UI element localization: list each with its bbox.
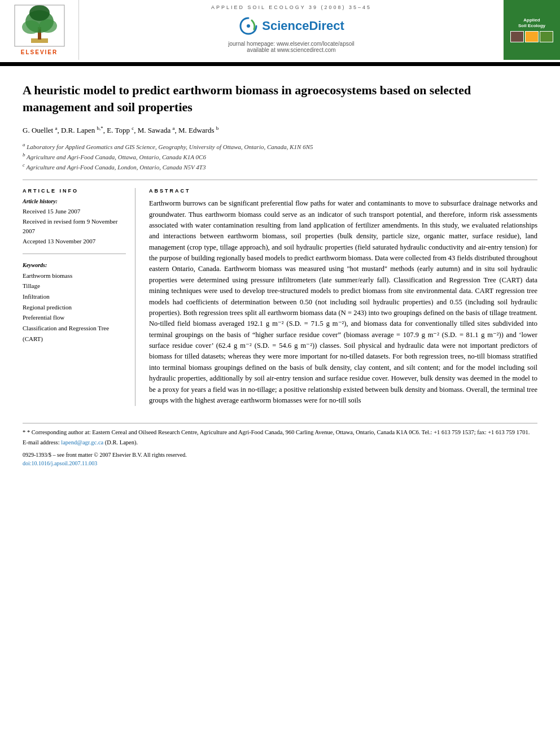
sciencedirect-text: ScienceDirect (262, 19, 344, 33)
svg-point-7 (247, 24, 250, 28)
journal-logo-right: AppliedSoil Ecology (504, 0, 560, 60)
doi-text: doi:10.1016/j.apsoil.2007.11.003 (23, 460, 97, 466)
journal-logo-title: AppliedSoil Ecology (518, 18, 545, 29)
journal-homepage: journal homepage: www.elsevier.com/locat… (228, 41, 354, 47)
accepted-date: Accepted 13 November 2007 (23, 238, 95, 244)
keywords-list: Earthworm biomass Tillage Infiltration R… (23, 270, 126, 344)
article-title: A heuristic model to predict earthworm b… (23, 82, 537, 115)
affiliations: a Laboratory for Applied Geomatics and G… (23, 141, 537, 172)
divider-line (23, 180, 537, 180)
abstract-column: ABSTRACT Earthworm burrows can be signif… (149, 188, 537, 406)
two-col-layout: ARTICLE INFO Article history: Received 1… (23, 188, 537, 406)
abstract-text: Earthworm burrows can be significant pre… (149, 198, 537, 406)
available-at: available at www.sciencedirect.com (247, 47, 335, 53)
journal-top-text: APPLIED SOIL ECOLOGY 39 (2008) 35–45 (211, 5, 371, 10)
sciencedirect-logo: ScienceDirect (238, 16, 344, 36)
article-history-label: Article history: (23, 198, 126, 204)
svg-point-5 (29, 5, 50, 21)
journal-logo-images (510, 31, 553, 42)
email-link[interactable]: lapend@agr.gc.ca (61, 439, 103, 445)
main-content: A heuristic model to predict earthworm b… (0, 73, 560, 479)
svg-point-4 (39, 19, 57, 33)
email-line: E-mail address: lapend@agr.gc.ca (D.R. L… (23, 438, 537, 447)
received-date: Received 15 June 2007 (23, 208, 80, 215)
article-info-section-label: ARTICLE INFO (23, 188, 126, 194)
corresponding-star: * (23, 429, 27, 435)
abstract-section-label: ABSTRACT (149, 188, 537, 194)
elsevier-tree-icon (14, 5, 65, 47)
black-bar (0, 63, 560, 66)
left-divider (23, 254, 126, 254)
elsevier-logo: ELSEVIER (0, 0, 79, 60)
email-suffix: (D.R. Lapen). (105, 439, 138, 445)
authors: G. Ouellet a, D.R. Lapen b,*, E. Topp c,… (23, 125, 537, 135)
corresponding-text: * Corresponding author at: Eastern Cerea… (27, 429, 530, 435)
email-label: E-mail address: (23, 439, 60, 445)
keywords-label: Keywords: (23, 262, 126, 268)
copyright-text: 0929-1393/$ – see front matter © 2007 El… (23, 452, 187, 458)
journal-header: ELSEVIER APPLIED SOIL ECOLOGY 39 (2008) … (0, 0, 560, 63)
sciencedirect-icon (238, 16, 259, 36)
article-info-text: Received 15 June 2007 Received in revise… (23, 207, 126, 246)
corresponding-author-note: * * Corresponding author at: Eastern Cer… (23, 428, 537, 437)
footer-section: * * Corresponding author at: Eastern Cer… (23, 423, 537, 468)
svg-point-3 (22, 20, 40, 34)
center-header: APPLIED SOIL ECOLOGY 39 (2008) 35–45 Sci… (79, 0, 504, 60)
elsevier-text-label: ELSEVIER (21, 49, 58, 55)
copyright-line: 0929-1393/$ – see front matter © 2007 El… (23, 451, 537, 468)
received-revised-date: Received in revised form 9 November 2007 (23, 218, 117, 235)
article-info-column: ARTICLE INFO Article history: Received 1… (23, 188, 135, 406)
